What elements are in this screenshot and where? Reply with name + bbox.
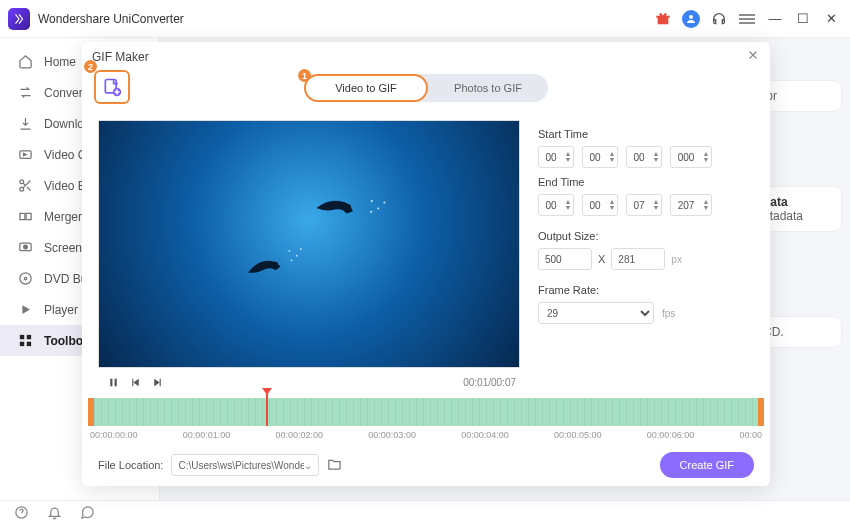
- window-close-button[interactable]: ✕: [820, 8, 842, 30]
- end-time-label: End Time: [538, 176, 754, 188]
- end-ms-stepper[interactable]: ▲▼: [670, 194, 712, 216]
- app-logo: [8, 8, 30, 30]
- next-frame-button[interactable]: [146, 376, 168, 389]
- create-gif-button[interactable]: Create GIF: [660, 452, 754, 478]
- svg-rect-7: [26, 213, 31, 219]
- gif-maker-modal: GIF Maker Video to GIF Photos to GIF 00:…: [82, 42, 770, 486]
- open-folder-icon[interactable]: [327, 456, 342, 475]
- account-avatar-icon[interactable]: [680, 8, 702, 30]
- svg-rect-0: [739, 14, 755, 15]
- play-icon: [16, 301, 34, 319]
- output-size-label: Output Size:: [538, 230, 754, 242]
- start-ms-stepper[interactable]: ▲▼: [670, 146, 712, 168]
- sidebar-item-label: Player: [44, 303, 78, 317]
- start-minutes-stepper[interactable]: ▲▼: [582, 146, 618, 168]
- svg-rect-1: [739, 18, 755, 19]
- start-hours-stepper[interactable]: ▲▼: [538, 146, 574, 168]
- svg-rect-6: [19, 213, 24, 219]
- file-location-select[interactable]: C:\Users\ws\Pictures\Wonders ⌄: [171, 454, 319, 476]
- close-icon[interactable]: [746, 48, 760, 66]
- feedback-icon[interactable]: [80, 505, 95, 524]
- svg-point-5: [19, 187, 23, 191]
- callout-badge: 2: [84, 60, 97, 73]
- scissors-icon: [16, 177, 34, 195]
- diver-figure: [239, 249, 290, 292]
- frame-rate-select[interactable]: 29: [538, 302, 654, 324]
- diver-figure: [303, 182, 365, 239]
- svg-rect-13: [26, 335, 30, 339]
- home-icon: [16, 53, 34, 71]
- svg-rect-12: [19, 335, 23, 339]
- download-icon: [16, 115, 34, 133]
- output-height-input[interactable]: [611, 248, 665, 270]
- window-minimize-button[interactable]: —: [764, 8, 786, 30]
- end-minutes-stepper[interactable]: ▲▼: [582, 194, 618, 216]
- svg-rect-15: [26, 342, 30, 346]
- tab-photos-to-gif[interactable]: Photos to GIF: [428, 74, 548, 102]
- svg-point-4: [19, 180, 23, 184]
- menu-icon[interactable]: [736, 8, 758, 30]
- callout-badge: 1: [298, 69, 311, 82]
- timeline-labels: 00:00:00:0000:00:01:0000:00:02:0000:00:0…: [88, 430, 764, 448]
- converter-icon: [16, 84, 34, 102]
- add-file-button[interactable]: [94, 70, 130, 104]
- playback-controls: 00:01/00:07: [98, 368, 520, 396]
- chevron-down-icon: ⌄: [304, 460, 312, 471]
- gif-settings: Start Time ▲▼ ▲▼ ▲▼ ▲▼ End Time ▲▼ ▲▼ ▲▼…: [538, 120, 754, 396]
- disc-icon: [16, 270, 34, 288]
- tab-video-to-gif[interactable]: Video to GIF: [304, 74, 428, 102]
- video-preview[interactable]: [98, 120, 520, 368]
- titlebar: Wondershare UniConverter — ☐ ✕: [0, 0, 850, 38]
- help-icon[interactable]: [14, 505, 29, 524]
- merge-icon: [16, 208, 34, 226]
- svg-point-9: [23, 245, 27, 249]
- modal-title: GIF Maker: [92, 50, 149, 64]
- svg-rect-22: [114, 378, 116, 386]
- statusbar: [0, 500, 850, 528]
- mode-tabs: Video to GIF Photos to GIF: [304, 74, 548, 102]
- sidebar-item-label: Home: [44, 55, 76, 69]
- svg-rect-14: [19, 342, 23, 346]
- svg-rect-21: [110, 378, 112, 386]
- record-icon: [16, 239, 34, 257]
- compress-icon: [16, 146, 34, 164]
- sidebar-item-label: Merger: [44, 210, 82, 224]
- size-sep: X: [598, 253, 605, 265]
- playhead[interactable]: [266, 390, 268, 426]
- bell-icon[interactable]: [47, 505, 62, 524]
- fps-unit: fps: [662, 308, 675, 319]
- headset-icon[interactable]: [708, 8, 730, 30]
- start-time-label: Start Time: [538, 128, 754, 140]
- app-title: Wondershare UniConverter: [38, 12, 184, 26]
- start-seconds-stepper[interactable]: ▲▼: [626, 146, 662, 168]
- output-width-input[interactable]: [538, 248, 592, 270]
- svg-point-10: [19, 273, 30, 284]
- svg-rect-2: [739, 22, 755, 23]
- file-location-label: File Location:: [98, 459, 163, 471]
- gift-icon[interactable]: [652, 8, 674, 30]
- toolbox-icon: [16, 332, 34, 350]
- svg-point-11: [24, 277, 27, 280]
- end-hours-stepper[interactable]: ▲▼: [538, 194, 574, 216]
- prev-frame-button[interactable]: [124, 376, 146, 389]
- timecode: 00:01/00:07: [463, 377, 516, 388]
- end-seconds-stepper[interactable]: ▲▼: [626, 194, 662, 216]
- pause-button[interactable]: [102, 376, 124, 389]
- frame-rate-label: Frame Rate:: [538, 284, 754, 296]
- window-maximize-button[interactable]: ☐: [792, 8, 814, 30]
- timeline: 00:00:00:0000:00:01:0000:00:02:0000:00:0…: [82, 396, 770, 448]
- timeline-track[interactable]: [88, 398, 764, 426]
- size-unit: px: [671, 254, 682, 265]
